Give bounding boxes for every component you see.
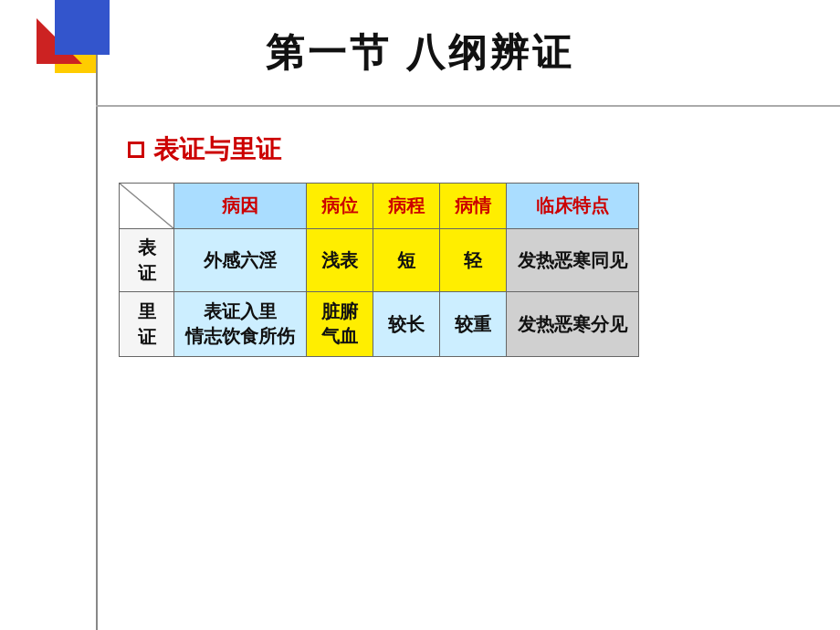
header-linchuang: 临床特点 — [507, 184, 639, 229]
table-row-liz: 里证 表证入里情志饮食所伤 脏腑气血 较长 较重 发热恶寒分见 — [120, 292, 639, 357]
vertical-line — [96, 0, 98, 630]
slide: 第一节 八纲辨证 表证与里证 病因 病位 病程 病情 临床特点 — [0, 0, 840, 630]
comparison-table: 病因 病位 病程 病情 临床特点 表证 外感六淫 浅表 短 轻 发热恶寒同见 — [119, 183, 639, 357]
section-label: 表证与里证 — [153, 132, 281, 167]
cell-biaoz-bingqing: 轻 — [440, 229, 507, 292]
cell-liz-bingqing: 较重 — [440, 292, 507, 357]
horizontal-line — [96, 105, 840, 107]
cell-biaoz-bingyin: 外感六淫 — [174, 229, 307, 292]
cell-biaoz-linchuang: 发热恶寒同见 — [507, 229, 639, 292]
header-bingyin: 病因 — [174, 184, 307, 229]
section-heading: 表证与里证 — [128, 132, 281, 167]
header-diag-cell — [120, 184, 174, 229]
table-header-row: 病因 病位 病程 病情 临床特点 — [120, 184, 639, 229]
cell-biaoz-bingcheng: 短 — [373, 229, 440, 292]
row-label-biaoz: 表证 — [120, 229, 174, 292]
header-bingwei: 病位 — [307, 184, 373, 229]
cell-biaoz-bingwei: 浅表 — [307, 229, 373, 292]
header-bingcheng: 病程 — [373, 184, 440, 229]
cell-liz-bingcheng: 较长 — [373, 292, 440, 357]
cell-liz-bingyin: 表证入里情志饮食所伤 — [174, 292, 307, 357]
svg-line-0 — [120, 184, 173, 228]
header-bingqing: 病情 — [440, 184, 507, 229]
square-icon — [128, 142, 144, 158]
row-label-liz: 里证 — [120, 292, 174, 357]
cell-liz-linchuang: 发热恶寒分见 — [507, 292, 639, 357]
cell-liz-bingwei: 脏腑气血 — [307, 292, 373, 357]
page-title: 第一节 八纲辨证 — [0, 27, 840, 79]
table-row-biaoz: 表证 外感六淫 浅表 短 轻 发热恶寒同见 — [120, 229, 639, 292]
